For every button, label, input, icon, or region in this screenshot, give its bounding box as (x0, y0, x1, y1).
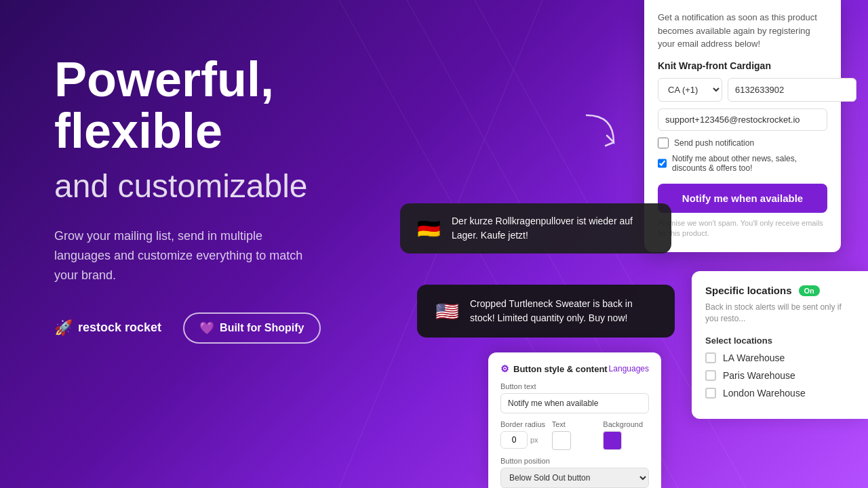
locations-title: Specific locations (705, 285, 792, 296)
hero-section: Powerful, flexible and customizable Grow… (54, 54, 380, 344)
px-unit: px (530, 436, 538, 444)
location-item-la: LA Warehouse (705, 352, 854, 363)
built-for-shopify-button[interactable]: 💜 Built for Shopify (183, 312, 320, 344)
la-warehouse-checkbox[interactable] (705, 352, 716, 363)
locations-badge: On (799, 285, 820, 296)
phone-input[interactable] (728, 78, 856, 102)
notify-when-available-button[interactable]: Notify me when available (658, 184, 827, 213)
button-position-select[interactable]: Below Sold Out button Above Sold Out but… (500, 468, 649, 488)
panel-header-title-group: ⚙ Button style & content (500, 363, 608, 374)
email-input[interactable] (658, 108, 827, 131)
border-radius-input[interactable] (500, 431, 528, 449)
border-radius-label: Border radius (500, 420, 547, 428)
notification-panel: Get a notification as soon as this produ… (644, 0, 841, 252)
locations-header: Specific locations On (705, 285, 854, 296)
brand-name: restock rocket (78, 321, 161, 335)
style-options-row: Border radius px Text Background (500, 420, 649, 450)
product-name: Knit Wrap-front Cardigan (658, 60, 827, 71)
us-flag: 🇺🇸 (433, 298, 460, 325)
background-color-col: Background (603, 420, 649, 450)
button-position-label: Button position (500, 457, 649, 465)
german-notification-bubble: 🇩🇪 Der kurze Rollkragenpullover ist wied… (400, 203, 671, 253)
decorative-arrow (580, 108, 620, 156)
english-notification-bubble: 🇺🇸 Cropped Turtleneck Sweater is back in… (417, 285, 675, 338)
panel-header: ⚙ Button style & content Languages (500, 363, 649, 374)
hero-subtitle: and customizable (54, 167, 380, 205)
background-color-label: Background (603, 420, 649, 428)
shopify-icon: 💜 (199, 321, 214, 336)
text-color-label: Text (552, 420, 598, 428)
background-color-swatch[interactable] (603, 431, 622, 450)
london-warehouse-name: London Warehouse (723, 388, 806, 399)
news-notification-label[interactable]: Notify me about other news, sales, disco… (672, 154, 827, 173)
settings-icon: ⚙ (500, 363, 509, 374)
brand-logo: 🚀 restock rocket (54, 319, 161, 337)
location-item-london: London Warehouse (705, 388, 854, 399)
locations-description: Back in stock alerts will be sent only i… (705, 302, 854, 325)
country-code-select[interactable]: CA (+1) US (+1) UK (+44) (658, 78, 722, 102)
paris-warehouse-name: Paris Warehouse (723, 370, 795, 381)
hero-description: Grow your mailing list, send in multiple… (54, 226, 312, 285)
spam-note: Promise we won't spam. You'll only recei… (658, 218, 827, 239)
button-style-panel-title: Button style & content (513, 364, 608, 374)
brand-row: 🚀 restock rocket 💜 Built for Shopify (54, 312, 380, 344)
hero-title: Powerful, flexible (54, 54, 380, 157)
la-warehouse-name: LA Warehouse (723, 352, 785, 363)
hero-title-line1: Powerful, (54, 52, 274, 106)
push-notification-label[interactable]: Send push notification (674, 138, 754, 148)
news-notification-row: Notify me about other news, sales, disco… (658, 154, 827, 173)
border-radius-col: Border radius px (500, 420, 547, 450)
button-text-input[interactable] (500, 393, 649, 413)
button-style-panel: ⚙ Button style & content Languages Butto… (488, 352, 661, 488)
location-item-paris: Paris Warehouse (705, 370, 854, 381)
select-locations-label: Select locations (705, 336, 854, 346)
text-color-col: Text (552, 420, 598, 450)
german-flag: 🇩🇪 (415, 215, 442, 242)
german-bubble-text: Der kurze Rollkragenpullover ist wieder … (452, 214, 656, 243)
push-notification-checkbox[interactable] (658, 138, 669, 148)
languages-link[interactable]: Languages (609, 364, 649, 373)
phone-row: CA (+1) US (+1) UK (+44) (658, 78, 827, 102)
hero-title-line2: flexible (54, 104, 222, 158)
specific-locations-panel: Specific locations On Back in stock aler… (692, 271, 868, 419)
london-warehouse-checkbox[interactable] (705, 388, 716, 399)
text-color-swatch[interactable] (552, 431, 571, 450)
border-radius-row: px (500, 431, 547, 449)
notify-button-label: Notify me when available (682, 192, 803, 204)
button-text-label: Button text (500, 382, 649, 390)
news-notification-checkbox[interactable] (658, 158, 667, 169)
push-notification-row: Send push notification (658, 138, 827, 148)
shopify-button-label: Built for Shopify (220, 322, 304, 334)
rocket-icon: 🚀 (54, 319, 73, 337)
english-bubble-text: Cropped Turtleneck Sweater is back in st… (470, 297, 658, 325)
notif-panel-description: Get a notification as soon as this produ… (658, 11, 827, 51)
paris-warehouse-checkbox[interactable] (705, 370, 716, 381)
